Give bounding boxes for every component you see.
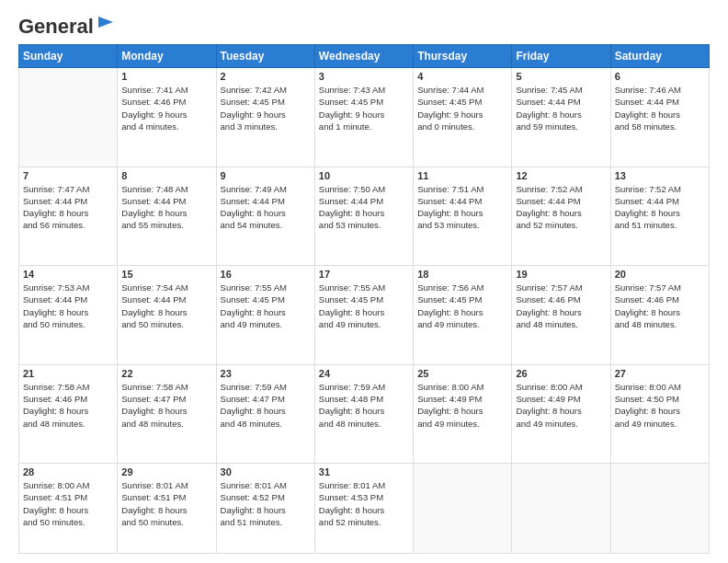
day-info: Sunrise: 7:51 AMSunset: 4:44 PMDaylight:… [417, 183, 507, 232]
weekday-header-saturday: Saturday [610, 45, 709, 68]
weekday-header-sunday: Sunday [19, 45, 118, 68]
day-info: Sunrise: 7:57 AMSunset: 4:46 PMDaylight:… [516, 282, 606, 330]
day-info: Sunrise: 8:00 AMSunset: 4:49 PMDaylight:… [516, 381, 606, 430]
day-info: Sunrise: 7:53 AMSunset: 4:44 PMDaylight:… [23, 282, 113, 330]
day-number: 24 [319, 368, 409, 379]
day-info: Sunrise: 8:01 AMSunset: 4:51 PMDaylight:… [121, 479, 211, 528]
calendar-cell: 29Sunrise: 8:01 AMSunset: 4:51 PMDayligh… [118, 464, 216, 554]
calendar-cell: 23Sunrise: 7:59 AMSunset: 4:47 PMDayligh… [216, 364, 314, 464]
day-number: 29 [121, 466, 211, 477]
day-info: Sunrise: 8:00 AMSunset: 4:49 PMDaylight:… [417, 381, 507, 430]
day-info: Sunrise: 7:46 AMSunset: 4:44 PMDaylight:… [615, 84, 705, 132]
day-number: 16 [221, 269, 311, 280]
weekday-header-wednesday: Wednesday [314, 45, 413, 68]
calendar-cell: 17Sunrise: 7:55 AMSunset: 4:45 PMDayligh… [314, 266, 413, 365]
calendar-cell: 16Sunrise: 7:55 AMSunset: 4:45 PMDayligh… [216, 266, 314, 365]
header: General [18, 15, 710, 35]
day-number: 18 [417, 269, 507, 280]
day-number: 4 [417, 71, 507, 82]
weekday-header-friday: Friday [512, 45, 610, 68]
day-number: 10 [319, 170, 409, 181]
day-number: 12 [516, 170, 606, 181]
calendar-week-row: 1Sunrise: 7:41 AMSunset: 4:46 PMDaylight… [19, 68, 710, 167]
weekday-header-tuesday: Tuesday [216, 45, 314, 68]
day-info: Sunrise: 8:01 AMSunset: 4:53 PMDaylight:… [319, 479, 409, 528]
calendar-cell: 7Sunrise: 7:47 AMSunset: 4:44 PMDaylight… [19, 167, 118, 266]
day-info: Sunrise: 7:59 AMSunset: 4:47 PMDaylight:… [221, 381, 311, 430]
day-info: Sunrise: 7:55 AMSunset: 4:45 PMDaylight:… [319, 282, 409, 330]
day-number: 31 [319, 466, 409, 477]
calendar-cell: 1Sunrise: 7:41 AMSunset: 4:46 PMDaylight… [118, 68, 216, 167]
day-number: 28 [23, 466, 113, 477]
day-number: 17 [319, 269, 409, 280]
day-info: Sunrise: 7:56 AMSunset: 4:45 PMDaylight:… [417, 282, 507, 330]
day-number: 2 [221, 71, 311, 82]
calendar-cell: 10Sunrise: 7:50 AMSunset: 4:44 PMDayligh… [314, 167, 413, 266]
day-info: Sunrise: 7:48 AMSunset: 4:44 PMDaylight:… [121, 183, 211, 232]
day-info: Sunrise: 7:58 AMSunset: 4:47 PMDaylight:… [121, 381, 211, 430]
day-info: Sunrise: 7:55 AMSunset: 4:45 PMDaylight:… [221, 282, 311, 330]
calendar-table: SundayMondayTuesdayWednesdayThursdayFrid… [18, 44, 710, 554]
calendar-cell: 11Sunrise: 7:51 AMSunset: 4:44 PMDayligh… [414, 167, 512, 266]
day-number: 20 [615, 269, 705, 280]
day-number: 5 [516, 71, 606, 82]
day-info: Sunrise: 8:00 AMSunset: 4:51 PMDaylight:… [23, 479, 113, 528]
day-info: Sunrise: 7:57 AMSunset: 4:46 PMDaylight:… [615, 282, 705, 330]
day-info: Sunrise: 7:52 AMSunset: 4:44 PMDaylight:… [516, 183, 606, 232]
day-number: 26 [516, 368, 606, 379]
day-number: 9 [221, 170, 311, 181]
day-info: Sunrise: 8:01 AMSunset: 4:52 PMDaylight:… [221, 479, 311, 528]
day-number: 23 [221, 368, 311, 379]
calendar-cell: 5Sunrise: 7:45 AMSunset: 4:44 PMDaylight… [512, 68, 610, 167]
calendar-week-row: 7Sunrise: 7:47 AMSunset: 4:44 PMDaylight… [19, 167, 710, 266]
calendar-cell: 14Sunrise: 7:53 AMSunset: 4:44 PMDayligh… [19, 266, 118, 365]
svg-marker-0 [98, 17, 113, 28]
day-number: 22 [121, 368, 211, 379]
day-number: 7 [23, 170, 113, 181]
day-number: 19 [516, 269, 606, 280]
day-number: 15 [121, 269, 211, 280]
calendar-cell: 28Sunrise: 8:00 AMSunset: 4:51 PMDayligh… [19, 464, 118, 554]
day-info: Sunrise: 7:58 AMSunset: 4:46 PMDaylight:… [23, 381, 113, 430]
calendar-cell: 19Sunrise: 7:57 AMSunset: 4:46 PMDayligh… [512, 266, 610, 365]
day-info: Sunrise: 7:44 AMSunset: 4:45 PMDaylight:… [417, 84, 507, 132]
calendar-cell: 15Sunrise: 7:54 AMSunset: 4:44 PMDayligh… [118, 266, 216, 365]
day-number: 27 [615, 368, 705, 379]
calendar-cell [610, 464, 709, 554]
day-info: Sunrise: 7:49 AMSunset: 4:44 PMDaylight:… [221, 183, 311, 232]
calendar-cell: 22Sunrise: 7:58 AMSunset: 4:47 PMDayligh… [118, 364, 216, 464]
calendar-cell: 12Sunrise: 7:52 AMSunset: 4:44 PMDayligh… [512, 167, 610, 266]
calendar-week-row: 14Sunrise: 7:53 AMSunset: 4:44 PMDayligh… [19, 266, 710, 365]
calendar-cell: 24Sunrise: 7:59 AMSunset: 4:48 PMDayligh… [314, 364, 413, 464]
day-number: 3 [319, 71, 409, 82]
day-number: 21 [23, 368, 113, 379]
page: General SundayMondayTuesdayWednesdayThur… [0, 0, 728, 563]
day-number: 1 [121, 71, 211, 82]
calendar-cell [512, 464, 610, 554]
weekday-header-monday: Monday [118, 45, 216, 68]
calendar-cell: 18Sunrise: 7:56 AMSunset: 4:45 PMDayligh… [414, 266, 512, 365]
day-info: Sunrise: 7:41 AMSunset: 4:46 PMDaylight:… [121, 84, 211, 132]
day-info: Sunrise: 7:54 AMSunset: 4:44 PMDaylight:… [121, 282, 211, 330]
day-info: Sunrise: 7:42 AMSunset: 4:45 PMDaylight:… [221, 84, 311, 132]
logo: General [18, 15, 115, 35]
calendar-cell: 27Sunrise: 8:00 AMSunset: 4:50 PMDayligh… [610, 364, 709, 464]
calendar-cell: 25Sunrise: 8:00 AMSunset: 4:49 PMDayligh… [414, 364, 512, 464]
day-info: Sunrise: 8:00 AMSunset: 4:50 PMDaylight:… [615, 381, 705, 430]
day-number: 25 [417, 368, 507, 379]
calendar-cell: 20Sunrise: 7:57 AMSunset: 4:46 PMDayligh… [610, 266, 709, 365]
day-number: 8 [121, 170, 211, 181]
day-info: Sunrise: 7:59 AMSunset: 4:48 PMDaylight:… [319, 381, 409, 430]
day-info: Sunrise: 7:45 AMSunset: 4:44 PMDaylight:… [516, 84, 606, 132]
calendar-cell: 26Sunrise: 8:00 AMSunset: 4:49 PMDayligh… [512, 364, 610, 464]
calendar-cell: 2Sunrise: 7:42 AMSunset: 4:45 PMDaylight… [216, 68, 314, 167]
day-info: Sunrise: 7:47 AMSunset: 4:44 PMDaylight:… [23, 183, 113, 232]
weekday-header-thursday: Thursday [414, 45, 512, 68]
calendar-cell: 30Sunrise: 8:01 AMSunset: 4:52 PMDayligh… [216, 464, 314, 554]
day-number: 6 [615, 71, 705, 82]
calendar-week-row: 28Sunrise: 8:00 AMSunset: 4:51 PMDayligh… [19, 464, 710, 554]
calendar-cell: 13Sunrise: 7:52 AMSunset: 4:44 PMDayligh… [610, 167, 709, 266]
logo-flag-icon [95, 15, 115, 35]
calendar-cell: 8Sunrise: 7:48 AMSunset: 4:44 PMDaylight… [118, 167, 216, 266]
day-number: 30 [221, 466, 311, 477]
